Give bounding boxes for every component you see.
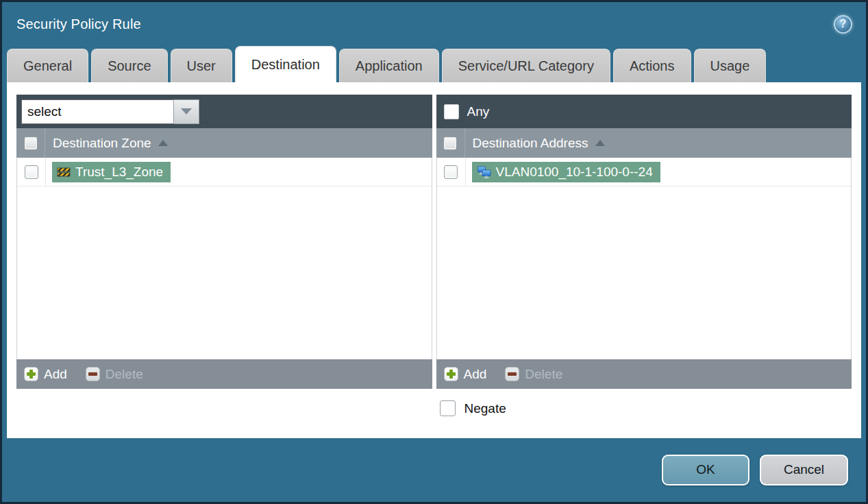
tab-source[interactable]: Source: [91, 49, 167, 82]
negate-option: Negate: [436, 400, 852, 416]
destination-zone-panel: Destination Zone: [16, 95, 432, 389]
tab-service-url-category[interactable]: Service/URL Category: [442, 49, 610, 82]
zone-column-label: Destination Zone: [53, 136, 151, 151]
address-select-all-checkbox[interactable]: [443, 136, 457, 150]
plus-icon: [24, 367, 38, 381]
tab-user[interactable]: User: [171, 49, 232, 82]
tab-destination[interactable]: Destination: [235, 46, 336, 82]
chevron-down-icon: [181, 108, 192, 115]
minus-icon: [505, 367, 519, 381]
destination-tab-content: Destination Zone: [7, 82, 861, 438]
zone-type-combobox: [21, 99, 199, 124]
address-chip[interactable]: VLAN0100_10-1-100-0--24: [472, 162, 660, 182]
zone-add-button[interactable]: Add: [24, 367, 67, 382]
sort-ascending-icon: [595, 140, 605, 146]
zone-panel-toolbar: [16, 95, 432, 128]
zone-icon: [57, 167, 71, 178]
tab-general[interactable]: General: [7, 49, 88, 82]
zone-column-header[interactable]: Destination Zone: [16, 128, 432, 158]
address-row-checkbox[interactable]: [444, 165, 458, 179]
address-column-label: Destination Address: [473, 136, 588, 151]
dialog-footer: OK Cancel: [2, 438, 866, 501]
address-row[interactable]: VLAN0100_10-1-100-0--24: [437, 158, 852, 187]
address-column-header[interactable]: Destination Address: [436, 128, 852, 158]
ok-button[interactable]: OK: [662, 455, 749, 485]
tab-usage[interactable]: Usage: [694, 49, 767, 82]
zone-chip-label: Trust_L3_Zone: [75, 165, 163, 180]
zone-row[interactable]: Trust_L3_Zone: [17, 158, 432, 187]
address-add-button[interactable]: Add: [444, 367, 487, 382]
zone-type-dropdown-button[interactable]: [173, 99, 199, 124]
negate-checkbox[interactable]: [440, 400, 456, 416]
zone-type-input[interactable]: [21, 99, 173, 124]
tab-bar: General Source User Destination Applicat…: [2, 46, 866, 82]
address-list: VLAN0100_10-1-100-0--24: [436, 158, 852, 359]
sort-ascending-icon: [158, 140, 168, 146]
title-bar: Security Policy Rule ?: [2, 2, 866, 46]
zone-delete-button[interactable]: Delete: [86, 367, 143, 382]
plus-icon: [444, 367, 458, 381]
help-icon[interactable]: ?: [834, 15, 852, 34]
negate-label: Negate: [464, 401, 506, 416]
dialog-title: Security Policy Rule: [16, 16, 141, 32]
minus-icon: [86, 367, 100, 381]
tab-actions[interactable]: Actions: [613, 49, 691, 82]
any-checkbox[interactable]: [444, 104, 459, 119]
zone-select-all-checkbox[interactable]: [24, 136, 38, 150]
tab-application[interactable]: Application: [339, 49, 439, 82]
address-panel-toolbar: Any: [436, 95, 852, 128]
zone-row-checkbox[interactable]: [25, 165, 38, 179]
address-icon: [477, 166, 491, 178]
destination-address-panel: Any Destination Address: [436, 95, 852, 389]
any-label: Any: [467, 104, 490, 119]
zone-panel-footer: Add Delete: [16, 359, 432, 389]
address-delete-button[interactable]: Delete: [505, 367, 562, 382]
zone-list: Trust_L3_Zone: [16, 158, 432, 359]
security-policy-rule-dialog: Security Policy Rule ? General Source Us…: [0, 0, 868, 504]
cancel-button[interactable]: Cancel: [760, 455, 848, 485]
address-chip-label: VLAN0100_10-1-100-0--24: [496, 165, 653, 180]
address-panel-footer: Add Delete: [436, 359, 852, 389]
zone-chip[interactable]: Trust_L3_Zone: [52, 162, 171, 182]
